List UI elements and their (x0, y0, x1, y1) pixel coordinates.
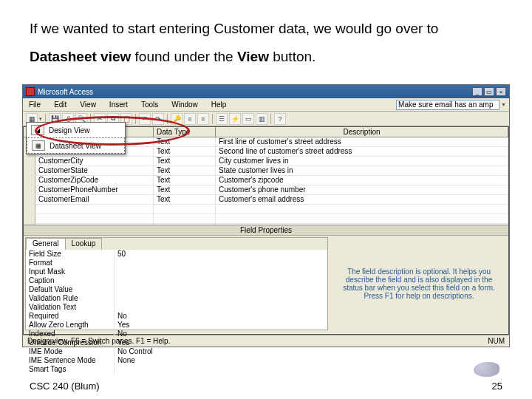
insert-rows-button[interactable]: ≡ (184, 113, 196, 125)
menu-tools[interactable]: Tools (138, 100, 161, 109)
minimize-button[interactable]: _ (472, 87, 482, 96)
status-num: NUM (488, 337, 505, 345)
help-dropdown-icon[interactable]: ▼ (501, 102, 506, 107)
caption-text-3: button. (269, 49, 316, 64)
property-row[interactable]: Input Mask (26, 267, 327, 276)
field-properties-pane: Field Properties General Lookup Field Si… (24, 225, 508, 334)
tab-lookup[interactable]: Lookup (65, 238, 103, 250)
field-properties-header: Field Properties (24, 225, 508, 236)
design-view-icon: ◢ (31, 125, 44, 135)
access-window: Microsoft Access _ ▭ × File Edit View In… (22, 84, 510, 347)
table-row[interactable]: CustomerZipCodeTextCustomer's zipcode (24, 176, 508, 185)
menu-view[interactable]: View (77, 100, 99, 109)
help-search-input[interactable] (396, 100, 499, 110)
header-data-type[interactable]: Data Type (154, 127, 216, 137)
property-row[interactable]: Field Size50 (26, 250, 327, 259)
new-object-button[interactable]: ▥ (256, 113, 267, 125)
key-button[interactable]: 🔑 (171, 113, 183, 125)
menu-file[interactable]: File (26, 100, 44, 109)
table-row[interactable]: CustomerPhoneNumberTextCustomer's phone … (24, 185, 508, 195)
undo-button[interactable]: ↶ (139, 113, 151, 125)
caption-text: If we wanted to start entering Customer … (30, 21, 438, 36)
footer-page-number: 25 (492, 381, 502, 392)
tab-general[interactable]: General (26, 238, 66, 250)
database-window-button[interactable]: ▭ (242, 113, 254, 125)
help-button[interactable]: ? (274, 113, 286, 125)
property-row[interactable]: Format (26, 259, 327, 267)
datasheet-view-item[interactable]: ▦ Datasheet View (27, 137, 125, 154)
property-row[interactable]: Default Value (26, 285, 327, 294)
menu-help[interactable]: Help (208, 100, 230, 109)
app-title: Microsoft Access (38, 88, 93, 96)
workspace: Field Name Data Type Description Custome… (23, 126, 509, 335)
property-row[interactable]: Unicode CompressionYes (26, 338, 327, 347)
properties-help-text: The field description is optional. It he… (331, 237, 507, 330)
slide-logo (474, 362, 499, 377)
caption-text-2: found under the (131, 49, 237, 64)
delete-rows-button[interactable]: ≡ (197, 113, 209, 125)
slide-caption: If we wanted to start entering Customer … (30, 15, 502, 71)
table-row[interactable]: CustomerCityTextCity customer lives in (24, 157, 508, 166)
properties-button[interactable]: ☰ (216, 113, 228, 125)
build-button[interactable]: ⚡ (229, 113, 241, 125)
maximize-button[interactable]: ▭ (484, 87, 494, 96)
view-dropdown-icon[interactable]: ▾ (39, 116, 42, 122)
redo-button[interactable]: ↷ (152, 113, 164, 125)
design-view-item[interactable]: ◢ Design View (27, 123, 125, 137)
property-row[interactable]: Caption (26, 276, 327, 285)
menu-edit[interactable]: Edit (51, 100, 69, 109)
table-row[interactable]: CustomerEmailTextCustomer's email addres… (24, 195, 508, 205)
property-row[interactable]: RequiredNo (26, 312, 327, 321)
table-design-window: Field Name Data Type Description Custome… (23, 126, 509, 335)
datasheet-view-icon: ▦ (32, 140, 45, 151)
datasheet-view-label: Datasheet View (50, 142, 101, 150)
menu-insert[interactable]: Insert (106, 100, 131, 109)
titlebar[interactable]: Microsoft Access _ ▭ × (23, 85, 509, 98)
caption-bold-1: Datasheet view (30, 49, 131, 64)
properties-left: General Lookup Field Size50FormatInput M… (25, 237, 328, 330)
view-dropdown-menu: ◢ Design View ▦ Datasheet View (26, 122, 126, 154)
table-row[interactable]: CustomerStateTextState customer lives in (24, 166, 508, 176)
caption-bold-2: View (237, 49, 269, 64)
design-view-label: Design View (49, 126, 89, 134)
property-row[interactable]: Allow Zero LengthYes (26, 321, 327, 330)
menu-window[interactable]: Window (168, 100, 201, 109)
footer-left: CSC 240 (Blum) (30, 381, 100, 392)
app-icon (26, 87, 35, 96)
property-row[interactable]: IME ModeNo Control (26, 347, 327, 356)
property-row[interactable]: Smart Tags (26, 365, 327, 374)
menubar: File Edit View Insert Tools Window Help … (23, 98, 509, 112)
close-button[interactable]: × (496, 87, 506, 96)
header-description[interactable]: Description (216, 127, 508, 137)
property-row[interactable]: IME Sentence ModeNone (26, 356, 327, 365)
property-row[interactable]: Validation Text (26, 303, 327, 312)
property-row[interactable]: IndexedNo (26, 330, 327, 338)
property-row[interactable]: Validation Rule (26, 294, 327, 303)
